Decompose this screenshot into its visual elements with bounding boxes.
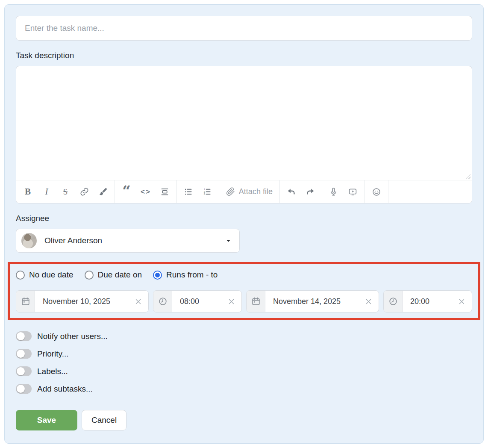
close-icon bbox=[365, 298, 372, 305]
start-time-value[interactable]: 08:00 bbox=[172, 297, 228, 306]
italic-icon: I bbox=[45, 186, 48, 197]
assignee-selected-name: Oliver Anderson bbox=[44, 236, 225, 245]
strikethrough-icon: S bbox=[63, 187, 68, 197]
undo-icon bbox=[287, 187, 296, 197]
record-video-button[interactable] bbox=[348, 186, 358, 198]
task-name-input[interactable] bbox=[16, 16, 472, 41]
due-date-radio-group: No due date Due date on Runs from - to bbox=[16, 270, 472, 280]
clock-icon bbox=[158, 297, 168, 306]
bullet-list-button[interactable] bbox=[184, 186, 193, 198]
numbered-list-icon: 123 bbox=[203, 187, 212, 196]
blockquote-button[interactable]: “ bbox=[122, 186, 131, 198]
radio-label: Due date on bbox=[98, 270, 142, 280]
radio-circle-icon bbox=[153, 271, 162, 280]
toggle-label: Notify other users... bbox=[37, 332, 108, 341]
radio-label: Runs from - to bbox=[166, 270, 218, 280]
start-time-field[interactable]: 08:00 bbox=[153, 290, 242, 312]
end-time-field[interactable]: 20:00 bbox=[383, 290, 472, 312]
undo-button[interactable] bbox=[287, 186, 296, 198]
end-date-field[interactable]: November 14, 2025 bbox=[246, 290, 379, 312]
chevron-down-icon bbox=[225, 238, 232, 244]
toggle-off-icon bbox=[16, 384, 32, 394]
clear-end-date-button[interactable] bbox=[365, 298, 372, 305]
task-description-label: Task description bbox=[16, 51, 472, 60]
code-button[interactable]: <> bbox=[141, 186, 151, 198]
link-icon bbox=[80, 187, 89, 196]
toggle-add-subtasks[interactable]: Add subtasks... bbox=[16, 380, 472, 398]
radio-runs-from-to[interactable]: Runs from - to bbox=[153, 270, 218, 280]
redo-button[interactable] bbox=[306, 186, 315, 198]
attach-file-button[interactable]: Attach file bbox=[226, 186, 273, 198]
microphone-icon bbox=[329, 187, 338, 196]
assignee-dropdown[interactable]: Oliver Anderson bbox=[16, 229, 240, 253]
numbered-list-button[interactable]: 123 bbox=[203, 186, 212, 198]
strikethrough-button[interactable]: S bbox=[61, 186, 70, 198]
toolbar-group-emoji bbox=[365, 180, 388, 203]
bold-button[interactable]: B bbox=[23, 186, 32, 198]
clock-icon bbox=[388, 297, 398, 306]
toolbar-group-history bbox=[280, 180, 322, 203]
toggle-label: Add subtasks... bbox=[37, 384, 93, 394]
toolbar-group-attach: Attach file bbox=[219, 180, 280, 203]
toggle-label: Priority... bbox=[37, 349, 69, 359]
attach-file-label: Attach file bbox=[239, 187, 273, 196]
snippet-button[interactable] bbox=[160, 186, 170, 198]
clear-end-time-button[interactable] bbox=[458, 298, 465, 305]
radio-circle-icon bbox=[16, 271, 25, 280]
time-button[interactable] bbox=[153, 291, 172, 312]
calendar-button[interactable] bbox=[247, 291, 265, 312]
toolbar-group-media bbox=[322, 180, 365, 203]
due-date-section-highlight: No due date Due date on Runs from - to N… bbox=[8, 262, 480, 320]
date-range-row: November 10, 2025 08:00 November 14, 2 bbox=[16, 290, 472, 312]
quote-icon: “ bbox=[122, 189, 131, 195]
start-date-field[interactable]: November 10, 2025 bbox=[16, 290, 149, 312]
calendar-icon bbox=[251, 297, 261, 306]
toolbar-group-text-style: B I S bbox=[16, 180, 115, 203]
start-date-value[interactable]: November 10, 2025 bbox=[35, 297, 135, 306]
emoji-button[interactable] bbox=[372, 186, 381, 198]
link-button[interactable] bbox=[79, 186, 89, 198]
toggle-off-icon bbox=[16, 331, 32, 341]
radio-no-due-date[interactable]: No due date bbox=[16, 270, 73, 280]
end-time-value[interactable]: 20:00 bbox=[403, 297, 458, 306]
description-textarea[interactable] bbox=[16, 66, 472, 180]
paperclip-icon bbox=[226, 187, 235, 196]
clear-start-date-button[interactable] bbox=[135, 298, 142, 305]
close-icon bbox=[458, 298, 465, 305]
toggle-notify-other-users[interactable]: Notify other users... bbox=[16, 327, 472, 345]
radio-label: No due date bbox=[29, 270, 73, 280]
calendar-button[interactable] bbox=[16, 291, 35, 312]
brush-icon bbox=[99, 187, 108, 196]
assignee-label: Assignee bbox=[16, 214, 472, 223]
toggle-priority[interactable]: Priority... bbox=[16, 345, 472, 363]
code-icon: <> bbox=[141, 188, 151, 196]
form-actions: Save Cancel bbox=[16, 410, 472, 430]
svg-text:3: 3 bbox=[204, 192, 206, 195]
time-button[interactable] bbox=[384, 291, 403, 312]
radio-due-date-on[interactable]: Due date on bbox=[85, 270, 142, 280]
snippet-icon bbox=[160, 187, 169, 196]
redo-icon bbox=[306, 187, 315, 197]
toolbar-group-lists: 123 bbox=[177, 180, 219, 203]
toggle-labels[interactable]: Labels... bbox=[16, 363, 472, 380]
italic-button[interactable]: I bbox=[42, 186, 51, 198]
editor-toolbar: B I S “ <> bbox=[16, 180, 472, 203]
toolbar-spacer bbox=[388, 180, 472, 203]
end-date-value[interactable]: November 14, 2025 bbox=[265, 297, 365, 306]
toolbar-group-blocks: “ <> bbox=[115, 180, 177, 203]
radio-circle-icon bbox=[85, 271, 94, 280]
clear-start-time-button[interactable] bbox=[228, 298, 235, 305]
toggle-off-icon bbox=[16, 349, 32, 359]
record-audio-button[interactable] bbox=[329, 186, 338, 198]
bold-icon: B bbox=[25, 186, 31, 197]
assignee-avatar bbox=[21, 233, 37, 248]
toggle-label: Labels... bbox=[37, 367, 68, 376]
close-icon bbox=[135, 298, 142, 305]
video-icon bbox=[348, 187, 358, 196]
emoji-smiley-icon bbox=[372, 187, 381, 197]
option-toggles: Notify other users... Priority... Labels… bbox=[16, 327, 472, 398]
toggle-off-icon bbox=[16, 366, 32, 376]
cancel-button[interactable]: Cancel bbox=[82, 410, 126, 430]
text-color-button[interactable] bbox=[98, 186, 108, 198]
save-button[interactable]: Save bbox=[16, 410, 77, 430]
